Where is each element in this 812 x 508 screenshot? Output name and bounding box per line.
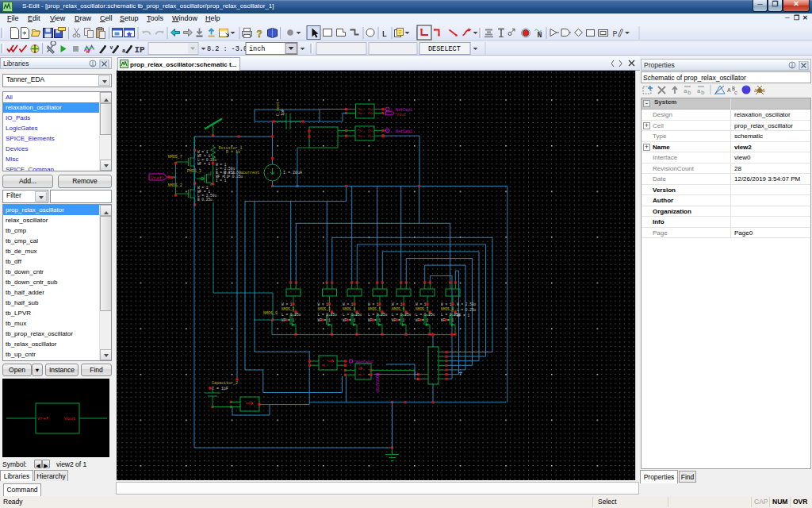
svg-text:A: A <box>727 87 731 94</box>
svg-text:DESELECT: DESELECT <box>428 45 461 53</box>
svg-text:NetCap1: NetCap1 <box>396 129 412 134</box>
svg-text:b: b <box>701 90 705 96</box>
svg-text:WF = 1: WF = 1 <box>343 318 356 322</box>
svg-text:WF = 1: WF = 1 <box>392 318 405 322</box>
svg-text:NMOS_3: NMOS_3 <box>318 307 331 311</box>
svg-text:W = 1: W = 1 <box>282 302 293 306</box>
svg-text:W = 1: W = 1 <box>392 302 403 306</box>
svg-text:NMOS_7: NMOS_7 <box>168 155 182 160</box>
svg-text:MOSCAP3X: MOSCAP3X <box>374 373 379 392</box>
svg-text:v: v <box>110 45 113 51</box>
svg-text:Vout: Vout <box>396 113 406 117</box>
svg-text:WF = 1: WF = 1 <box>457 314 470 318</box>
svg-text:current: current <box>243 171 259 175</box>
svg-text:NMOS_4: NMOS_4 <box>343 307 356 311</box>
svg-text:b: b <box>688 90 691 96</box>
svg-text:L = 0.25u: L = 0.25u <box>343 313 362 317</box>
svg-text:P: P <box>613 30 618 39</box>
svg-text:WF = 1: WF = 1 <box>368 318 381 322</box>
svg-text:WF = 1: WF = 1 <box>318 318 331 322</box>
svg-text:B 0.25u: B 0.25u <box>197 198 213 202</box>
svg-text:Capacitor_2: Capacitor_2 <box>212 381 238 386</box>
svg-text:IP: IP <box>135 45 146 55</box>
svg-text:W = 1: W = 1 <box>368 302 379 306</box>
svg-text:8.2 : -3.0: 8.2 : -3.0 <box>207 45 247 53</box>
svg-text:W = 1: W = 1 <box>318 302 329 306</box>
svg-text:1pF: 1pF <box>281 109 285 116</box>
svg-text:R = 1k: R = 1k <box>226 150 240 155</box>
svg-text:NMOS_7: NMOS_7 <box>416 307 429 311</box>
svg-text:L = 0.25u: L = 0.25u <box>392 313 412 317</box>
svg-text:I = 0.25u: I = 0.25u <box>224 175 243 179</box>
svg-text:N: N <box>538 31 542 40</box>
svg-text:c: c <box>734 90 737 96</box>
svg-text:I = 20uA: I = 20uA <box>283 171 302 175</box>
svg-text:W = 1: W = 1 <box>441 302 452 306</box>
svg-text:inch: inch <box>249 45 265 53</box>
svg-text:W = 2.50u: W = 2.50u <box>457 302 477 306</box>
svg-text:?: ? <box>257 29 262 40</box>
svg-text:WF = 1: WF = 1 <box>197 162 211 166</box>
svg-text:NMOS_8: NMOS_8 <box>441 307 454 311</box>
svg-text:I = 1: I = 1 <box>216 179 227 183</box>
svg-text:Vref: Vref <box>37 416 49 421</box>
svg-text:NetCap0: NetCap0 <box>356 360 373 365</box>
svg-text:L = 0.25u: L = 0.25u <box>457 308 477 312</box>
svg-text:WF = 1: WF = 1 <box>441 318 454 322</box>
svg-text:NMOS_2: NMOS_2 <box>282 307 295 311</box>
svg-text:L = 0.25u: L = 0.25u <box>416 313 435 317</box>
svg-text:W = 1: W = 1 <box>416 302 427 306</box>
svg-text:L: L <box>382 29 388 39</box>
svg-text:WF = 1: WF = 1 <box>416 318 429 322</box>
svg-text:NMOS_9: NMOS_9 <box>263 311 278 316</box>
svg-text:WF = 1: WF = 1 <box>282 318 295 322</box>
svg-text:NMOS_6: NMOS_6 <box>392 307 405 311</box>
svg-text:L = 0.25u: L = 0.25u <box>368 313 388 317</box>
svg-text:Vout: Vout <box>64 416 75 421</box>
svg-text:Vref: Vref <box>151 175 163 181</box>
svg-text:NMOS_2: NMOS_2 <box>168 183 182 188</box>
svg-text:NMOS_5: NMOS_5 <box>368 307 381 311</box>
svg-text:W = 1: W = 1 <box>343 302 354 306</box>
svg-text:W: W <box>86 48 90 55</box>
svg-text:L = 0.25u: L = 0.25u <box>282 313 301 317</box>
svg-text:L = 0.25u: L = 0.25u <box>318 313 338 317</box>
svg-text:C = 1pF: C = 1pF <box>212 387 228 391</box>
